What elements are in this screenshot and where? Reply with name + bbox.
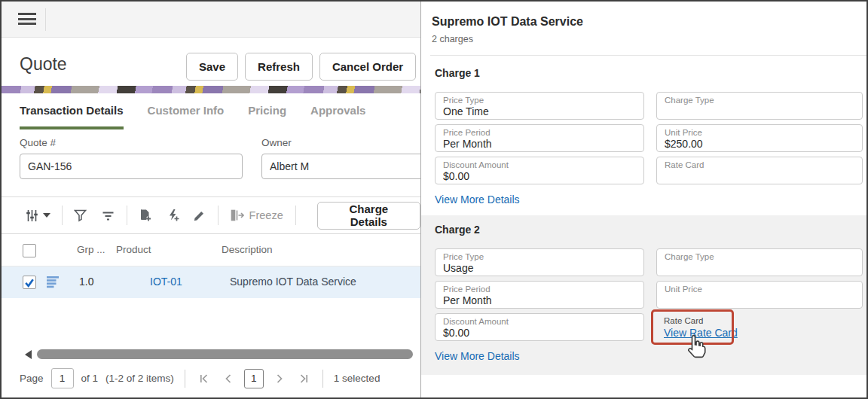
field-value: $0.00: [443, 170, 636, 183]
field-unit-price: Unit Price $250.00: [656, 124, 863, 152]
tab-pricing[interactable]: Pricing: [248, 104, 286, 129]
charge2-view-more-link[interactable]: View More Details: [435, 350, 520, 362]
toolbar-divider: [218, 206, 219, 225]
page-label: Page: [20, 373, 44, 384]
tab-transaction-details[interactable]: Transaction Details: [20, 104, 124, 129]
field-label: Price Type: [443, 96, 636, 105]
quick-action-bolt-icon[interactable]: [164, 206, 182, 225]
freeze-control[interactable]: Freeze: [231, 209, 283, 221]
items-count-text: (1-2 of 2 items): [105, 373, 174, 384]
freeze-icon: [231, 209, 244, 221]
quote-number-input[interactable]: [20, 154, 243, 179]
freeze-label: Freeze: [249, 209, 283, 221]
tab-customer-info[interactable]: Customer Info: [148, 104, 225, 129]
last-page-icon[interactable]: [295, 370, 312, 387]
tab-bar: Transaction Details Customer Info Pricin…: [2, 93, 420, 129]
next-page-icon[interactable]: [271, 370, 288, 387]
owner-input[interactable]: [261, 154, 420, 179]
field-discount-amount: Discount Amount $0.00: [435, 313, 644, 341]
field-charge-type: Charge Type: [656, 248, 863, 276]
line-item-hierarchy-icon[interactable]: [47, 276, 60, 291]
filter-rows-icon[interactable]: [99, 206, 118, 225]
page-title: Quote: [20, 54, 67, 75]
charge2-section: Charge 2 Price Type Usage Charge Type Pr…: [421, 215, 868, 375]
field-value: Usage: [443, 262, 636, 275]
cell-description: Supremo IOT Data Service: [230, 276, 356, 288]
field-price-period: Price Period Per Month: [435, 124, 644, 152]
field-value: Per Month: [443, 294, 636, 307]
page-of-text: of 1: [81, 373, 99, 384]
cell-product-link[interactable]: IOT-01: [150, 276, 182, 288]
field-rate-card: Rate Card: [656, 157, 863, 184]
charge-details-panel: Supremo IOT Data Service 2 charges Charg…: [420, 2, 868, 397]
field-price-type: Price Type Usage: [435, 248, 644, 276]
view-rate-card-link[interactable]: View Rate Card: [664, 327, 738, 340]
pagination-divider: [185, 370, 185, 388]
charge2-heading: Charge 2: [435, 215, 863, 236]
panel-title: Supremo IOT Data Service: [432, 15, 859, 29]
field-label: Charge Type: [665, 96, 854, 105]
horizontal-scrollbar: [2, 348, 420, 361]
pagination-bar: Page of 1 (1-2 of 2 items) 1 1 selected: [20, 368, 380, 388]
field-label: Charge Type: [665, 252, 854, 262]
quote-form: Quote # Owner: [2, 129, 420, 197]
current-page-button[interactable]: 1: [244, 369, 264, 388]
column-settings-caret-icon[interactable]: [41, 206, 53, 225]
previous-page-icon[interactable]: [220, 370, 237, 387]
line-items-toolbar: Freeze Charge Details: [2, 197, 420, 233]
field-label: Unit Price: [665, 285, 854, 294]
add-document-icon[interactable]: [136, 206, 155, 225]
field-label: Price Period: [443, 128, 636, 138]
field-value: One Time: [443, 105, 636, 118]
charge1-fields: Price Type One Time Charge Type Price Pe…: [435, 92, 863, 184]
field-charge-type: Charge Type: [656, 92, 863, 120]
column-header-grp: Grp ...: [77, 244, 105, 255]
field-value: Per Month: [443, 138, 636, 151]
field-label: Rate Card: [664, 316, 863, 326]
selected-count-text: 1 selected: [334, 373, 381, 384]
column-header-description: Description: [222, 244, 273, 255]
charge1-heading: Charge 1: [435, 67, 863, 79]
field-label: Discount Amount: [443, 160, 636, 170]
table-header: Grp ... Product Description: [2, 233, 420, 267]
field-rate-card: Rate Card View Rate Card: [656, 313, 863, 341]
tab-approvals[interactable]: Approvals: [310, 104, 365, 129]
field-unit-price: Unit Price: [656, 281, 863, 309]
charge-details-button[interactable]: Charge Details: [317, 202, 420, 230]
top-navigation-bar: [2, 2, 420, 38]
select-all-checkbox[interactable]: [23, 244, 36, 257]
field-discount-amount: Discount Amount $0.00: [435, 157, 644, 184]
column-settings-icon[interactable]: [23, 206, 41, 225]
quote-number-label: Quote #: [20, 137, 56, 148]
field-value: $250.00: [665, 138, 854, 151]
field-label: Price Period: [443, 285, 636, 294]
first-page-icon[interactable]: [196, 370, 212, 387]
field-label: Unit Price: [665, 128, 854, 138]
charge2-fields: Price Type Usage Charge Type Price Perio…: [435, 248, 863, 341]
row-checkbox-checked[interactable]: [23, 276, 36, 289]
field-price-period: Price Period Per Month: [435, 281, 644, 309]
hamburger-menu-icon[interactable]: [18, 13, 36, 26]
toolbar-divider: [127, 206, 127, 225]
scroll-left-arrow-icon[interactable]: [25, 350, 32, 359]
quote-screen: Quote Save Refresh Cancel Order C Transa…: [2, 2, 420, 397]
cancel-order-button[interactable]: Cancel Order: [319, 53, 416, 81]
field-label: Discount Amount: [443, 317, 636, 327]
topbar-divider: [45, 8, 46, 31]
refresh-button[interactable]: Refresh: [245, 53, 313, 81]
scrollbar-thumb[interactable]: [37, 349, 413, 359]
page-number-input[interactable]: [51, 368, 74, 388]
page-header: Quote Save Refresh Cancel Order C: [2, 38, 420, 86]
field-price-type: Price Type One Time: [435, 92, 644, 120]
toolbar-divider: [295, 206, 296, 225]
charge1-view-more-link[interactable]: View More Details: [435, 193, 520, 206]
owner-label: Owner: [261, 137, 292, 148]
app-window: Quote Save Refresh Cancel Order C Transa…: [0, 0, 868, 399]
table-row[interactable]: 1.0 IOT-01 Supremo IOT Data Service: [2, 267, 420, 298]
edit-pencil-icon[interactable]: [190, 206, 209, 225]
field-label: Rate Card: [665, 160, 854, 170]
toolbar-divider: [62, 206, 63, 225]
filter-funnel-icon[interactable]: [72, 206, 90, 225]
save-button[interactable]: Save: [186, 53, 238, 81]
charges-count: 2 charges: [432, 34, 859, 44]
